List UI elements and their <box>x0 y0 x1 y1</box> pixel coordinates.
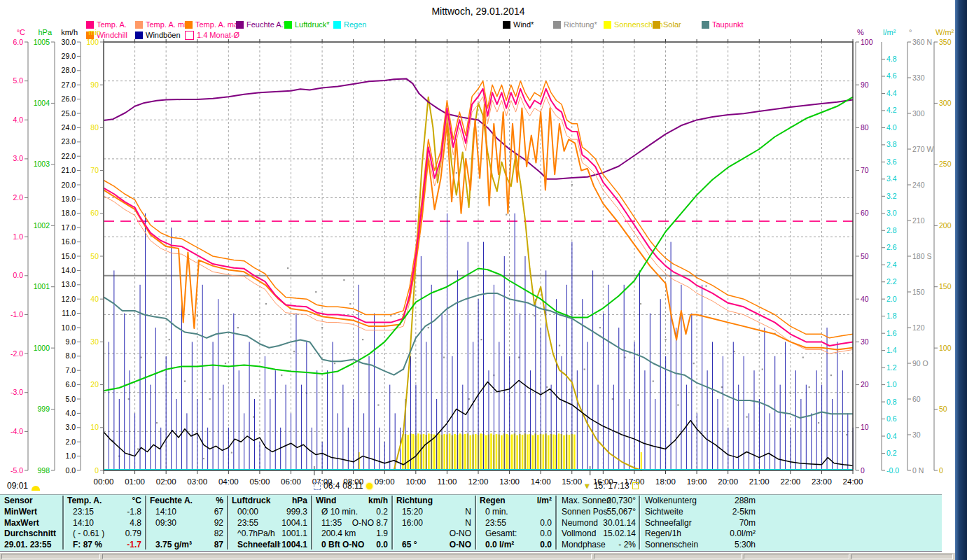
axis-tick-label: 10 <box>861 423 869 431</box>
axis-tick-label: 0.2 <box>886 449 897 457</box>
axis-tick-label: 100 <box>86 38 99 46</box>
axis-tick-label: 2.6 <box>886 243 897 251</box>
axis-tick-label: 999 <box>37 405 50 413</box>
direction-dot <box>390 315 391 316</box>
axis-tick-label: 1005 <box>34 38 50 46</box>
direction-dot <box>818 422 819 424</box>
info-value: 288m <box>0 496 756 505</box>
axis-tick-label: 28.0 <box>62 66 76 74</box>
info-value: 70m <box>0 518 756 528</box>
x-axis-label: 15:00 <box>562 477 582 486</box>
direction-dot <box>209 398 211 400</box>
axis-tick-label: 60 <box>90 209 99 217</box>
axis-tick-label: 2.0 <box>13 193 23 202</box>
direction-dot <box>721 386 723 388</box>
axis-unit-label: ° <box>909 28 912 36</box>
direction-dot <box>377 405 379 406</box>
direction-dot <box>415 196 417 197</box>
axis-tick-label: 70 <box>861 166 869 174</box>
direction-dot <box>315 291 316 293</box>
table-bottom-border <box>0 551 942 552</box>
direction-dot <box>677 405 679 406</box>
info-value: 5:30h <box>0 540 756 550</box>
axis-tick-label: 1001 <box>34 282 50 290</box>
direction-dot <box>197 315 198 316</box>
axis-tick-label: 150 <box>912 288 925 296</box>
axis-tick-label: 60 <box>861 209 869 217</box>
axis-unit-label: % <box>857 28 864 36</box>
axis-tick-label: 90 O <box>912 359 928 368</box>
direction-dot <box>584 369 585 370</box>
axis-tick-label: 17.0 <box>62 223 76 232</box>
axis-tick-label: -1.0 <box>11 310 23 318</box>
axis-tick-label: 18.0 <box>62 209 76 217</box>
direction-dot <box>141 357 142 358</box>
direction-dot <box>287 267 288 269</box>
axis-tick-label: 29.0 <box>62 52 76 60</box>
axis-tick-label: 13.0 <box>62 280 76 288</box>
direction-dot <box>184 381 186 382</box>
chart-svg: °C6.05.04.03.02.01.00.0-1.0-2.0-3.0-4.0-… <box>0 0 967 560</box>
info-value: 2-5km <box>0 507 756 517</box>
axis-tick-label: 1.0 <box>886 380 897 388</box>
axis-tick-label: 40 <box>861 295 869 303</box>
axis-tick-label: 210 <box>912 216 925 225</box>
axis-tick-label: 5.0 <box>65 395 76 403</box>
sunset-annotation: ▼ 15: 17:13 <box>583 481 639 491</box>
axis-tick-label: 4.0 <box>886 123 897 132</box>
direction-dot <box>237 327 239 328</box>
direction-dot <box>640 303 641 304</box>
direction-dot <box>734 351 735 352</box>
direction-dot <box>321 327 323 328</box>
axis-tick-label: 21.0 <box>62 166 76 174</box>
axis-tick-label: -5.0 <box>11 466 23 475</box>
axis-tick-label: 19.0 <box>62 195 76 203</box>
axis-tick-label: 4.2 <box>886 106 897 114</box>
direction-dot <box>762 369 763 370</box>
axis-tick-label: 11.0 <box>62 309 76 317</box>
axis-tick-label: 90 <box>861 80 869 89</box>
direction-dot <box>746 416 747 418</box>
axis-tick-label: 23.0 <box>62 137 76 146</box>
direction-dot <box>705 286 707 287</box>
axis-tick-label: 360 N <box>912 38 932 46</box>
axis-tick-label: 20 <box>861 380 869 388</box>
direction-dot <box>559 345 560 346</box>
axis-tick-label: 1.6 <box>886 329 897 337</box>
axis-tick-label: -4.0 <box>11 427 23 435</box>
axis-tick-label: 1.8 <box>886 312 897 320</box>
direction-dot <box>571 184 573 186</box>
axis-tick-label: 4.0 <box>13 115 23 124</box>
x-axis-label: 02:00 <box>156 477 176 486</box>
direction-dot <box>428 327 429 328</box>
axis-tick-label: 3.8 <box>886 140 897 148</box>
axis-tick-label: 100 <box>861 38 873 46</box>
axis-tick-label: 8.0 <box>65 351 76 360</box>
axis-tick-label: 0.6 <box>886 414 897 423</box>
axis-tick-label: -2.0 <box>11 349 23 358</box>
axis-tick-label: 1.2 <box>886 363 897 372</box>
axis-tick-label: 200 <box>939 221 952 230</box>
axis-unit-label: l/m² <box>883 28 896 36</box>
direction-dot <box>443 357 445 358</box>
axis-tick-label: 25.0 <box>62 109 76 118</box>
axis-tick-label: 30.0 <box>62 38 76 46</box>
axis-tick-label: 330 <box>912 74 925 82</box>
direction-dot <box>809 386 810 388</box>
direction-dot <box>802 357 804 358</box>
direction-dot <box>612 398 613 400</box>
info-value: 0.0l/m² <box>0 528 756 538</box>
axis-tick-label: 22.0 <box>62 152 76 160</box>
axis-tick-label: 0.0 <box>13 271 23 279</box>
axis-tick-label: 2.2 <box>886 277 897 286</box>
axis-tick-label: 1.0 <box>65 451 76 460</box>
axis-tick-label: 0.4 <box>886 432 897 440</box>
direction-dot <box>203 458 204 459</box>
axis-tick-label: 1003 <box>34 160 50 168</box>
weather-app-window: Mittwoch, 29.01.2014 Temp. A.Temp. A. mi… <box>0 0 967 560</box>
axis-tick-label: 3.0 <box>886 209 897 217</box>
axis-tick-label: 24.0 <box>62 123 76 132</box>
moonset-time: 06:4 <box>324 481 340 491</box>
direction-dot <box>693 363 695 364</box>
axis-tick-label: 0 N <box>912 466 924 475</box>
